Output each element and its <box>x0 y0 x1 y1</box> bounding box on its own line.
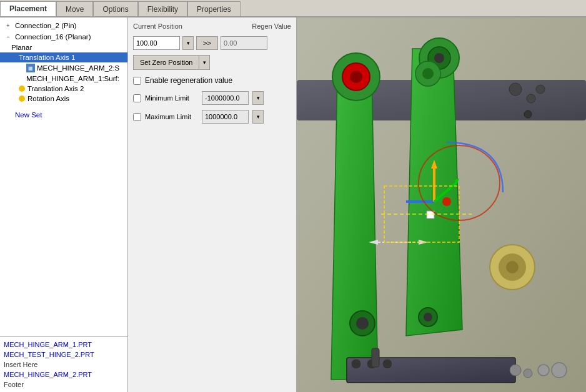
search-icon: 🔍 <box>549 26 559 36</box>
bottom-item-0[interactable]: MECH_HINGE_ARM_1.PRT <box>0 340 127 350</box>
main-layout: + Connection_2 (Pin) − Connection_16 (Pl… <box>0 17 586 392</box>
max-limit-row: Maximum Limit ▾ <box>133 110 291 124</box>
status-dot-yellow-2 <box>19 96 25 102</box>
max-limit-input[interactable] <box>202 110 249 124</box>
svg-rect-1 <box>297 80 586 120</box>
set-zero-container: Set Zero Position ▾ <box>133 55 291 70</box>
tab-bar: Placement Move Options Flexibility Prope… <box>0 0 586 17</box>
current-position-label: Current Position <box>133 22 182 30</box>
svg-point-43 <box>415 61 440 86</box>
svg-point-28 <box>367 359 377 369</box>
tree-item-mech-arm1[interactable]: MECH_HINGE_ARM_1:Surf: <box>0 74 127 84</box>
svg-marker-18 <box>454 179 459 185</box>
svg-point-9 <box>434 53 444 63</box>
svg-marker-2 <box>331 77 378 380</box>
arrow-btn[interactable]: >> <box>196 36 218 50</box>
new-set-link[interactable]: New Set <box>11 109 46 121</box>
search-btn[interactable]: 🔍 <box>545 22 562 40</box>
tree-item-new-set[interactable]: New Set <box>0 107 127 122</box>
svg-point-35 <box>350 311 375 336</box>
svg-marker-24 <box>419 240 428 245</box>
enable-regen-checkbox[interactable] <box>133 77 141 85</box>
svg-rect-26 <box>384 186 459 242</box>
tree-area: + Connection_2 (Pin) − Connection_16 (Pl… <box>0 17 127 336</box>
bottom-item-1[interactable]: MECH_TEST_HINGE_2.PRT <box>0 350 127 360</box>
max-limit-dropdown-btn[interactable]: ▾ <box>252 110 264 124</box>
set-zero-dropdown-btn[interactable]: ▾ <box>199 55 210 70</box>
min-limit-dropdown-btn[interactable]: ▾ <box>252 91 264 105</box>
svg-point-31 <box>509 83 522 96</box>
current-dropdown-btn[interactable]: ▾ <box>182 36 194 50</box>
camera-btn[interactable]: ⬜ <box>564 22 581 40</box>
tree-item-mech-arm2[interactable]: ▦ MECH_HINGE_ARM_2:S <box>0 62 127 74</box>
svg-point-38 <box>424 313 432 321</box>
current-position-input[interactable] <box>133 36 180 50</box>
svg-point-32 <box>527 94 535 103</box>
tree-item-connection2[interactable]: + Connection_2 (Pin) <box>0 20 127 31</box>
regen-value-label: Regen Value <box>252 22 291 30</box>
svg-point-5 <box>342 63 370 91</box>
svg-point-39 <box>552 363 567 378</box>
enable-regen-label: Enable regeneration value <box>145 76 232 85</box>
svg-point-11 <box>499 253 526 281</box>
camera-icon: ⬜ <box>567 26 578 36</box>
bottom-item-2[interactable]: Insert Here <box>0 360 127 370</box>
svg-line-17 <box>434 183 456 202</box>
set-zero-btn[interactable]: Set Zero Position <box>133 55 199 70</box>
tree-item-planar[interactable]: Planar <box>0 42 127 52</box>
tree-item-rotation-axis[interactable]: Rotation Axis <box>0 94 127 104</box>
svg-point-41 <box>524 369 532 378</box>
max-limit-checkbox[interactable] <box>133 113 141 121</box>
svg-point-34 <box>524 110 532 118</box>
svg-point-44 <box>422 68 434 79</box>
svg-marker-23 <box>369 240 378 245</box>
tree-item-translation-axis-1[interactable]: Translation Axis 1 <box>0 52 127 62</box>
svg-point-27 <box>351 359 361 369</box>
middle-panel: Current Position Regen Value ▾ >> Set Ze… <box>128 17 297 392</box>
svg-rect-30 <box>372 348 379 367</box>
tab-options[interactable]: Options <box>93 1 137 16</box>
svg-point-10 <box>490 245 535 290</box>
svg-point-42 <box>510 365 521 376</box>
expand-icon-2: − <box>4 32 12 41</box>
svg-rect-20 <box>427 211 434 218</box>
tab-move[interactable]: Move <box>56 1 93 16</box>
tree-item-connection16[interactable]: − Connection_16 (Planar) <box>0 31 127 42</box>
svg-point-8 <box>428 47 450 69</box>
3d-scene <box>297 17 586 392</box>
svg-point-7 <box>419 38 459 78</box>
tab-properties[interactable]: Properties <box>187 1 241 16</box>
bottom-items: MECH_HINGE_ARM_1.PRT MECH_TEST_HINGE_2.P… <box>0 336 127 392</box>
tab-placement[interactable]: Placement <box>0 1 56 16</box>
status-dot-yellow <box>19 86 25 92</box>
bottom-item-4[interactable]: Footer <box>0 380 127 390</box>
svg-rect-0 <box>297 17 586 392</box>
expand-icon: + <box>4 21 12 30</box>
min-limit-row: Minimum Limit ▾ <box>133 91 291 105</box>
enable-regen-row: Enable regeneration value <box>133 75 291 86</box>
svg-point-36 <box>356 317 369 330</box>
svg-point-4 <box>332 53 380 100</box>
viewport: 🔍 ⬜ 100.000000 Coincident (Align) <box>297 17 586 392</box>
svg-point-29 <box>382 359 392 369</box>
min-limit-input[interactable] <box>202 91 249 105</box>
component-icon: ▦ <box>26 64 35 72</box>
svg-point-40 <box>538 365 549 376</box>
svg-marker-3 <box>406 49 462 336</box>
svg-point-33 <box>536 85 545 94</box>
svg-point-19 <box>442 197 451 206</box>
svg-point-37 <box>419 308 437 326</box>
min-limit-label: Minimum Limit <box>145 94 198 102</box>
bottom-item-3[interactable]: MECH_HINGE_ARM_2.PRT <box>0 370 127 380</box>
tree-item-translation-axis-2[interactable]: Translation Axis 2 <box>0 84 127 94</box>
svg-point-6 <box>350 71 362 83</box>
svg-point-12 <box>506 261 519 273</box>
value-inputs-row: ▾ >> <box>133 36 291 50</box>
max-limit-label: Maximum Limit <box>145 113 198 120</box>
tab-flexibility[interactable]: Flexibility <box>138 1 187 16</box>
position-label: 100.000000 <box>353 172 396 182</box>
left-panel: + Connection_2 (Pin) − Connection_16 (Pl… <box>0 17 128 392</box>
coincident-label: Coincident (Align) <box>460 149 536 162</box>
min-limit-checkbox[interactable] <box>133 94 141 102</box>
regen-value-input <box>221 36 267 50</box>
